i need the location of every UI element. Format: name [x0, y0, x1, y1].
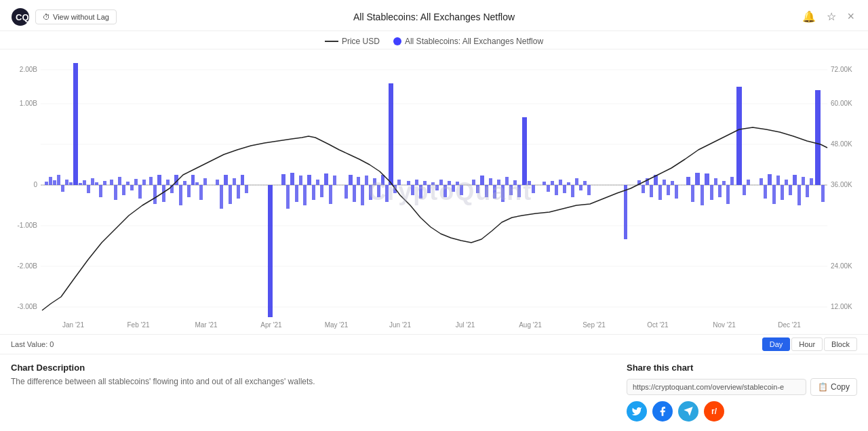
telegram-share-button[interactable] [678, 401, 698, 422]
legend-netflow-label: All Stablecoins: All Exchanges Netflow [405, 37, 543, 46]
svg-rect-186 [810, 178, 813, 185]
svg-text:Jul '21: Jul '21 [456, 321, 475, 329]
copy-button[interactable]: 📋 Copy [810, 378, 857, 396]
page-title: All Stablecoins: All Exchanges Netflow [353, 12, 515, 22]
legend-price-usd: Price USD [325, 37, 380, 46]
svg-rect-69 [195, 182, 199, 185]
hour-button[interactable]: Hour [791, 337, 823, 351]
svg-rect-174 [760, 178, 763, 185]
svg-rect-53 [126, 182, 130, 185]
chart-svg: 2.00B 1.00B 0 -1.00B -2.00B -3.00B 72.00… [0, 49, 868, 334]
svg-rect-125 [485, 185, 488, 197]
svg-rect-118 [448, 181, 451, 185]
svg-rect-50 [114, 185, 117, 200]
chart-area: 2.00B 1.00B 0 -1.00B -2.00B -3.00B 72.00… [0, 49, 868, 334]
svg-rect-87 [307, 175, 311, 185]
share-url-input[interactable] [627, 379, 806, 395]
svg-rect-83 [290, 173, 294, 185]
svg-rect-58 [149, 177, 153, 185]
svg-rect-144 [571, 185, 574, 197]
svg-rect-127 [522, 117, 527, 185]
svg-text:24.00K: 24.00K [831, 262, 852, 270]
svg-rect-157 [667, 185, 670, 195]
chart-description-text: The difference between all stablecoins' … [11, 377, 599, 386]
svg-rect-57 [142, 180, 146, 185]
svg-rect-155 [658, 185, 662, 200]
svg-rect-128 [493, 185, 496, 199]
close-icon: × [847, 9, 854, 24]
legend-netflow: All Stablecoins: All Exchanges Netflow [393, 37, 543, 46]
svg-rect-162 [695, 173, 700, 185]
svg-rect-100 [365, 176, 368, 185]
svg-rect-67 [187, 185, 191, 197]
svg-rect-72 [216, 180, 219, 185]
chart-description: Chart Description The difference between… [11, 363, 599, 422]
svg-rect-95 [349, 175, 353, 185]
svg-rect-115 [435, 185, 439, 190]
svg-rect-90 [320, 185, 323, 197]
chart-description-title: Chart Description [11, 363, 599, 373]
svg-rect-164 [705, 173, 709, 185]
svg-rect-96 [389, 83, 393, 185]
svg-rect-171 [730, 177, 734, 185]
line-indicator [325, 41, 338, 42]
svg-rect-160 [686, 177, 690, 185]
header-left: CQ ⏱ View without Lag [11, 7, 117, 26]
svg-rect-119 [452, 185, 455, 192]
svg-rect-123 [476, 185, 479, 193]
svg-rect-133 [513, 180, 517, 185]
star-icon: ☆ [827, 10, 836, 23]
svg-rect-178 [776, 176, 780, 185]
notification-button[interactable]: 🔔 [800, 7, 818, 26]
last-value: 0 [50, 340, 54, 348]
chart-bottom-bar: Last Value: 0 Day Hour Block [0, 334, 868, 354]
svg-rect-124 [480, 176, 484, 185]
svg-rect-184 [802, 177, 805, 185]
last-value-label: Last Value: [11, 340, 47, 348]
svg-text:Jun '21: Jun '21 [389, 321, 411, 329]
svg-text:Dec '21: Dec '21 [778, 321, 801, 329]
svg-rect-175 [764, 185, 767, 199]
svg-rect-103 [377, 185, 380, 197]
svg-text:-3.00B: -3.00B [18, 303, 38, 310]
view-without-lag-button[interactable]: ⏱ View without Lag [35, 9, 117, 24]
svg-rect-92 [329, 185, 332, 204]
svg-rect-132 [509, 185, 513, 195]
svg-rect-188 [821, 185, 825, 202]
svg-rect-47 [99, 185, 102, 197]
legend-price-label: Price USD [342, 37, 380, 46]
svg-rect-153 [650, 185, 653, 197]
reddit-share-button[interactable]: r/ [704, 401, 724, 422]
svg-rect-55 [134, 179, 138, 185]
svg-rect-109 [411, 185, 414, 195]
svg-text:Oct '21: Oct '21 [647, 321, 669, 329]
svg-rect-77 [237, 185, 240, 199]
bookmark-button[interactable]: ☆ [824, 7, 839, 26]
svg-rect-149 [624, 185, 627, 239]
svg-text:36.00K: 36.00K [831, 181, 852, 188]
clock-icon: ⏱ [43, 13, 50, 21]
svg-rect-45 [91, 178, 94, 185]
svg-rect-46 [95, 182, 98, 185]
svg-rect-183 [797, 185, 801, 205]
svg-rect-71 [203, 178, 207, 185]
bell-icon: 🔔 [802, 10, 816, 23]
day-button[interactable]: Day [762, 337, 791, 351]
svg-rect-75 [229, 185, 232, 204]
svg-rect-158 [671, 181, 674, 185]
close-button[interactable]: × [844, 7, 857, 26]
svg-rect-39 [65, 180, 68, 185]
svg-rect-35 [49, 177, 52, 185]
svg-rect-86 [303, 185, 307, 205]
twitter-share-button[interactable] [627, 401, 647, 422]
svg-rect-156 [663, 180, 666, 185]
svg-rect-49 [110, 180, 113, 185]
svg-rect-62 [166, 180, 170, 185]
svg-rect-94 [344, 185, 348, 199]
block-button[interactable]: Block [824, 337, 857, 351]
facebook-share-button[interactable] [652, 401, 673, 422]
svg-rect-180 [785, 180, 788, 185]
svg-rect-117 [443, 185, 447, 197]
svg-rect-59 [153, 185, 157, 204]
copy-label: Copy [831, 382, 850, 392]
